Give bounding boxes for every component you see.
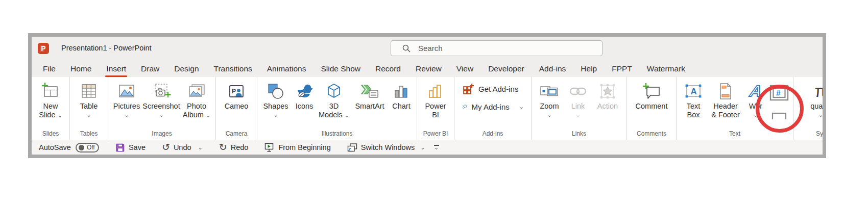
tab-design[interactable]: Design	[173, 61, 200, 76]
chevron-down-icon: ⌄	[273, 112, 278, 118]
link-icon	[569, 85, 587, 97]
redo-icon: ↻	[219, 143, 227, 152]
tab-file[interactable]: File	[42, 61, 57, 76]
tab-slide-show[interactable]: Slide Show	[320, 61, 361, 76]
table-button[interactable]: Table ⌄	[73, 77, 105, 130]
icons-button[interactable]: Icons	[292, 77, 317, 130]
redo-button[interactable]: ↻ Redo	[219, 143, 249, 152]
undo-button[interactable]: ↺ Undo ⌄	[162, 143, 203, 152]
power-bi-button[interactable]: Power BI	[420, 77, 451, 130]
chevron-down-icon: ⌄	[124, 112, 129, 118]
table-icon	[81, 83, 97, 99]
cameo-button[interactable]: P Cameo	[219, 77, 254, 130]
tab-help[interactable]: Help	[580, 61, 598, 76]
svg-text:P: P	[232, 88, 236, 95]
tab-draw[interactable]: Draw	[140, 61, 160, 76]
photo-album-icon	[187, 84, 206, 99]
svg-text:A: A	[691, 87, 697, 96]
comment-icon	[642, 83, 661, 100]
tab-fppt[interactable]: FPPT	[611, 61, 633, 76]
chevron-down-icon: ⌄	[519, 104, 524, 110]
group-illustrations: Shapes ⌄ Icons	[257, 77, 417, 140]
3d-models-button[interactable]: 3D Models ⌄	[317, 77, 351, 130]
save-icon	[115, 143, 125, 152]
tab-home[interactable]: Home	[69, 61, 92, 76]
undo-icon: ↺	[162, 143, 170, 152]
text-box-icon: A	[684, 84, 703, 99]
tab-add-ins[interactable]: Add-ins	[538, 61, 567, 76]
zoom-icon	[540, 84, 559, 99]
group-label-add-ins: Add-ins	[454, 130, 531, 140]
photo-album-button[interactable]: Photo Album ⌄	[180, 77, 213, 130]
save-button[interactable]: Save	[115, 143, 146, 152]
get-add-ins-button[interactable]: Get Add-ins	[463, 83, 524, 94]
group-add-ins: Get Add-ins My Add-ins ⌄ Add-ins	[454, 77, 532, 140]
chevron-down-icon: ⌄	[818, 112, 823, 118]
my-add-ins-button[interactable]: My Add-ins ⌄	[463, 101, 524, 112]
screenshot-icon	[152, 83, 171, 99]
group-label-camera: Camera	[216, 130, 257, 140]
3d-models-icon	[325, 83, 343, 100]
search-icon	[402, 44, 411, 53]
header-footer-button[interactable]: Header & Footer	[708, 77, 743, 130]
tab-developer[interactable]: Developer	[487, 61, 525, 76]
switch-windows-button[interactable]: Switch Windows ⌄	[347, 143, 425, 152]
pictures-button[interactable]: Pictures ⌄	[111, 77, 142, 130]
toggle-knob-icon	[79, 145, 84, 150]
chevron-down-icon: ⌄	[420, 145, 425, 150]
tab-record[interactable]: Record	[374, 61, 402, 76]
tab-animations[interactable]: Animations	[266, 61, 307, 76]
chevron-down-icon: ⌄	[198, 145, 203, 150]
tab-insert[interactable]: Insert	[105, 61, 127, 76]
shapes-icon	[267, 83, 284, 100]
ribbon: New Slide ⌄ Slides	[32, 77, 823, 140]
comment-button[interactable]: Comment	[630, 77, 673, 130]
search-input[interactable]	[417, 43, 572, 53]
group-links: Zoom ⌄ Link ⌄	[532, 77, 627, 140]
autosave-toggle[interactable]: Off	[76, 143, 99, 152]
button-label: Get Add-ins	[478, 85, 518, 93]
chevron-down-icon: ⌄	[58, 113, 62, 118]
smartart-button[interactable]: SmartArt	[351, 77, 389, 130]
from-beginning-icon	[264, 143, 275, 152]
group-label-tables: Tables	[70, 130, 108, 140]
smartart-icon	[360, 84, 379, 99]
pictures-icon	[118, 84, 135, 99]
chart-icon	[394, 83, 409, 99]
group-label-power-bi: Power BI	[417, 130, 454, 140]
from-beginning-button[interactable]: From Beginning	[264, 143, 330, 152]
tab-view[interactable]: View	[455, 61, 474, 76]
text-box-button[interactable]: A Text Box	[679, 77, 708, 130]
equation-icon: π	[815, 83, 823, 100]
group-label-comments: Comments	[627, 130, 676, 140]
action-icon	[599, 83, 616, 99]
shapes-button[interactable]: Shapes ⌄	[260, 77, 292, 130]
switch-windows-icon	[347, 143, 357, 152]
group-label-slides: Slides	[32, 130, 69, 140]
customize-qat-button[interactable]: ⌄	[434, 145, 439, 150]
group-tables: Table ⌄ Tables	[70, 77, 108, 140]
chevron-down-icon: ⌄	[206, 113, 210, 118]
power-bi-icon	[427, 83, 444, 99]
tab-review[interactable]: Review	[415, 61, 443, 76]
tab-watermark[interactable]: Watermark	[646, 61, 686, 76]
group-label-symbols: Sy	[793, 130, 823, 140]
group-camera: P Cameo Camera	[216, 77, 257, 140]
equation-button[interactable]: π quatio ⌄	[805, 77, 823, 130]
screenshot-button[interactable]: Screenshot ⌄	[142, 77, 180, 130]
new-slide-button[interactable]: New Slide ⌄	[34, 77, 67, 130]
group-slides: New Slide ⌄ Slides	[32, 77, 70, 140]
tab-transitions[interactable]: Transitions	[213, 61, 253, 76]
autosave-label: AutoSave	[39, 143, 71, 151]
button-label: New	[43, 102, 58, 111]
chevron-down-icon: ⌄	[86, 112, 91, 118]
ribbon-tab-bar: File Home Insert Draw Design Transitions…	[32, 60, 823, 77]
zoom-button[interactable]: Zoom ⌄	[534, 77, 565, 130]
chart-button[interactable]: Chart	[389, 77, 414, 130]
chevron-down-icon: ⌄	[547, 112, 551, 118]
group-label-images: Images	[108, 130, 215, 140]
search-box[interactable]	[391, 40, 602, 56]
button-label: My Add-ins	[472, 103, 510, 111]
action-button: Action	[591, 77, 624, 130]
window-title: Presentation1 - PowerPoint	[61, 44, 152, 52]
